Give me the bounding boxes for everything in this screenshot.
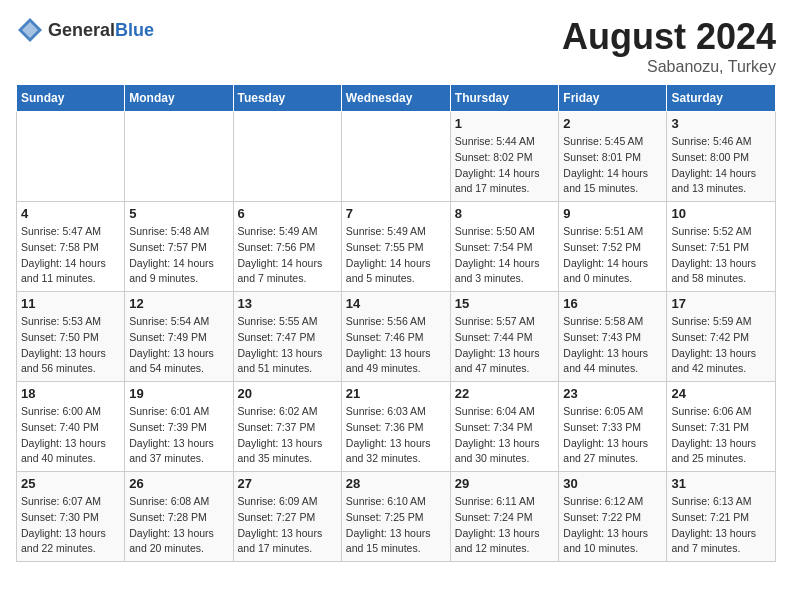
week-row-5: 25Sunrise: 6:07 AMSunset: 7:30 PMDayligh… bbox=[17, 472, 776, 562]
day-info: Sunrise: 5:55 AMSunset: 7:47 PMDaylight:… bbox=[238, 314, 337, 377]
day-cell: 3Sunrise: 5:46 AMSunset: 8:00 PMDaylight… bbox=[667, 112, 776, 202]
day-info: Sunrise: 6:13 AMSunset: 7:21 PMDaylight:… bbox=[671, 494, 771, 557]
day-cell: 27Sunrise: 6:09 AMSunset: 7:27 PMDayligh… bbox=[233, 472, 341, 562]
day-number: 15 bbox=[455, 296, 555, 311]
day-info: Sunrise: 6:07 AMSunset: 7:30 PMDaylight:… bbox=[21, 494, 120, 557]
day-cell: 25Sunrise: 6:07 AMSunset: 7:30 PMDayligh… bbox=[17, 472, 125, 562]
day-number: 16 bbox=[563, 296, 662, 311]
day-cell: 26Sunrise: 6:08 AMSunset: 7:28 PMDayligh… bbox=[125, 472, 233, 562]
day-cell bbox=[233, 112, 341, 202]
day-number: 7 bbox=[346, 206, 446, 221]
day-info: Sunrise: 5:48 AMSunset: 7:57 PMDaylight:… bbox=[129, 224, 228, 287]
day-info: Sunrise: 5:58 AMSunset: 7:43 PMDaylight:… bbox=[563, 314, 662, 377]
day-number: 28 bbox=[346, 476, 446, 491]
location: Sabanozu, Turkey bbox=[562, 58, 776, 76]
day-info: Sunrise: 6:06 AMSunset: 7:31 PMDaylight:… bbox=[671, 404, 771, 467]
day-cell: 14Sunrise: 5:56 AMSunset: 7:46 PMDayligh… bbox=[341, 292, 450, 382]
logo-icon bbox=[16, 16, 44, 44]
logo-text-general: General bbox=[48, 20, 115, 40]
day-info: Sunrise: 6:01 AMSunset: 7:39 PMDaylight:… bbox=[129, 404, 228, 467]
day-cell: 15Sunrise: 5:57 AMSunset: 7:44 PMDayligh… bbox=[450, 292, 559, 382]
day-cell: 16Sunrise: 5:58 AMSunset: 7:43 PMDayligh… bbox=[559, 292, 667, 382]
day-cell: 24Sunrise: 6:06 AMSunset: 7:31 PMDayligh… bbox=[667, 382, 776, 472]
col-header-tuesday: Tuesday bbox=[233, 85, 341, 112]
day-number: 24 bbox=[671, 386, 771, 401]
day-cell: 4Sunrise: 5:47 AMSunset: 7:58 PMDaylight… bbox=[17, 202, 125, 292]
col-header-friday: Friday bbox=[559, 85, 667, 112]
day-cell: 10Sunrise: 5:52 AMSunset: 7:51 PMDayligh… bbox=[667, 202, 776, 292]
day-cell: 1Sunrise: 5:44 AMSunset: 8:02 PMDaylight… bbox=[450, 112, 559, 202]
day-info: Sunrise: 5:51 AMSunset: 7:52 PMDaylight:… bbox=[563, 224, 662, 287]
day-cell: 13Sunrise: 5:55 AMSunset: 7:47 PMDayligh… bbox=[233, 292, 341, 382]
day-info: Sunrise: 6:03 AMSunset: 7:36 PMDaylight:… bbox=[346, 404, 446, 467]
day-cell: 21Sunrise: 6:03 AMSunset: 7:36 PMDayligh… bbox=[341, 382, 450, 472]
day-info: Sunrise: 5:49 AMSunset: 7:55 PMDaylight:… bbox=[346, 224, 446, 287]
day-cell: 29Sunrise: 6:11 AMSunset: 7:24 PMDayligh… bbox=[450, 472, 559, 562]
day-number: 13 bbox=[238, 296, 337, 311]
col-header-sunday: Sunday bbox=[17, 85, 125, 112]
day-cell: 18Sunrise: 6:00 AMSunset: 7:40 PMDayligh… bbox=[17, 382, 125, 472]
day-number: 1 bbox=[455, 116, 555, 131]
page-header: GeneralBlue August 2024 Sabanozu, Turkey bbox=[16, 16, 776, 76]
logo: GeneralBlue bbox=[16, 16, 154, 44]
day-number: 26 bbox=[129, 476, 228, 491]
day-number: 4 bbox=[21, 206, 120, 221]
day-number: 3 bbox=[671, 116, 771, 131]
day-cell: 19Sunrise: 6:01 AMSunset: 7:39 PMDayligh… bbox=[125, 382, 233, 472]
month-year: August 2024 bbox=[562, 16, 776, 58]
day-info: Sunrise: 5:53 AMSunset: 7:50 PMDaylight:… bbox=[21, 314, 120, 377]
day-number: 30 bbox=[563, 476, 662, 491]
day-info: Sunrise: 6:11 AMSunset: 7:24 PMDaylight:… bbox=[455, 494, 555, 557]
day-number: 10 bbox=[671, 206, 771, 221]
day-cell: 8Sunrise: 5:50 AMSunset: 7:54 PMDaylight… bbox=[450, 202, 559, 292]
day-number: 27 bbox=[238, 476, 337, 491]
calendar-table: SundayMondayTuesdayWednesdayThursdayFrid… bbox=[16, 84, 776, 562]
day-info: Sunrise: 6:00 AMSunset: 7:40 PMDaylight:… bbox=[21, 404, 120, 467]
day-cell: 22Sunrise: 6:04 AMSunset: 7:34 PMDayligh… bbox=[450, 382, 559, 472]
day-info: Sunrise: 5:46 AMSunset: 8:00 PMDaylight:… bbox=[671, 134, 771, 197]
day-number: 20 bbox=[238, 386, 337, 401]
week-row-2: 4Sunrise: 5:47 AMSunset: 7:58 PMDaylight… bbox=[17, 202, 776, 292]
day-number: 11 bbox=[21, 296, 120, 311]
day-number: 31 bbox=[671, 476, 771, 491]
day-info: Sunrise: 6:05 AMSunset: 7:33 PMDaylight:… bbox=[563, 404, 662, 467]
week-row-4: 18Sunrise: 6:00 AMSunset: 7:40 PMDayligh… bbox=[17, 382, 776, 472]
day-info: Sunrise: 6:02 AMSunset: 7:37 PMDaylight:… bbox=[238, 404, 337, 467]
col-header-wednesday: Wednesday bbox=[341, 85, 450, 112]
col-header-thursday: Thursday bbox=[450, 85, 559, 112]
day-number: 29 bbox=[455, 476, 555, 491]
day-info: Sunrise: 5:56 AMSunset: 7:46 PMDaylight:… bbox=[346, 314, 446, 377]
day-info: Sunrise: 6:12 AMSunset: 7:22 PMDaylight:… bbox=[563, 494, 662, 557]
day-number: 5 bbox=[129, 206, 228, 221]
week-row-1: 1Sunrise: 5:44 AMSunset: 8:02 PMDaylight… bbox=[17, 112, 776, 202]
day-cell: 31Sunrise: 6:13 AMSunset: 7:21 PMDayligh… bbox=[667, 472, 776, 562]
day-number: 12 bbox=[129, 296, 228, 311]
day-info: Sunrise: 5:49 AMSunset: 7:56 PMDaylight:… bbox=[238, 224, 337, 287]
day-info: Sunrise: 5:59 AMSunset: 7:42 PMDaylight:… bbox=[671, 314, 771, 377]
day-cell: 17Sunrise: 5:59 AMSunset: 7:42 PMDayligh… bbox=[667, 292, 776, 382]
day-info: Sunrise: 5:44 AMSunset: 8:02 PMDaylight:… bbox=[455, 134, 555, 197]
day-cell: 12Sunrise: 5:54 AMSunset: 7:49 PMDayligh… bbox=[125, 292, 233, 382]
day-number: 21 bbox=[346, 386, 446, 401]
day-number: 14 bbox=[346, 296, 446, 311]
day-info: Sunrise: 5:50 AMSunset: 7:54 PMDaylight:… bbox=[455, 224, 555, 287]
day-number: 9 bbox=[563, 206, 662, 221]
day-cell: 30Sunrise: 6:12 AMSunset: 7:22 PMDayligh… bbox=[559, 472, 667, 562]
day-cell: 9Sunrise: 5:51 AMSunset: 7:52 PMDaylight… bbox=[559, 202, 667, 292]
day-number: 22 bbox=[455, 386, 555, 401]
day-cell bbox=[125, 112, 233, 202]
day-number: 6 bbox=[238, 206, 337, 221]
day-number: 18 bbox=[21, 386, 120, 401]
day-info: Sunrise: 6:10 AMSunset: 7:25 PMDaylight:… bbox=[346, 494, 446, 557]
day-number: 23 bbox=[563, 386, 662, 401]
day-info: Sunrise: 5:45 AMSunset: 8:01 PMDaylight:… bbox=[563, 134, 662, 197]
day-cell: 23Sunrise: 6:05 AMSunset: 7:33 PMDayligh… bbox=[559, 382, 667, 472]
day-info: Sunrise: 5:57 AMSunset: 7:44 PMDaylight:… bbox=[455, 314, 555, 377]
day-info: Sunrise: 5:52 AMSunset: 7:51 PMDaylight:… bbox=[671, 224, 771, 287]
day-info: Sunrise: 5:47 AMSunset: 7:58 PMDaylight:… bbox=[21, 224, 120, 287]
title-block: August 2024 Sabanozu, Turkey bbox=[562, 16, 776, 76]
week-row-3: 11Sunrise: 5:53 AMSunset: 7:50 PMDayligh… bbox=[17, 292, 776, 382]
day-info: Sunrise: 6:09 AMSunset: 7:27 PMDaylight:… bbox=[238, 494, 337, 557]
day-number: 2 bbox=[563, 116, 662, 131]
day-cell bbox=[17, 112, 125, 202]
